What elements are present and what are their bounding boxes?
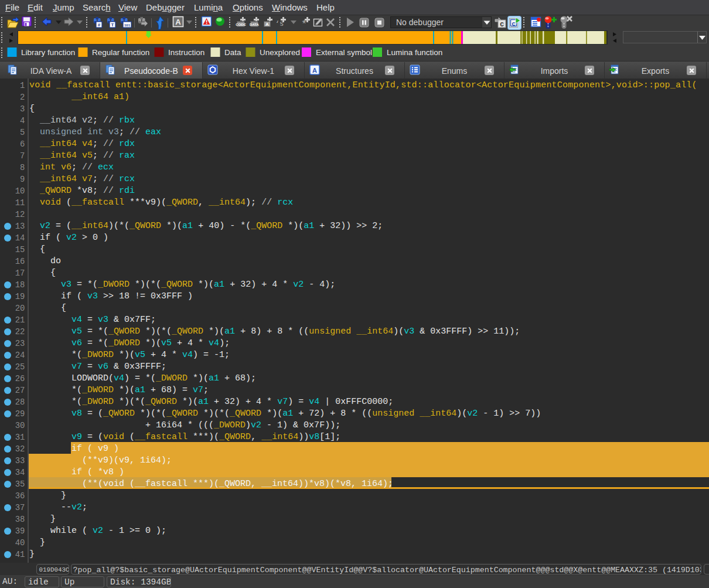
svg-text:A: A	[175, 18, 181, 26]
svg-text:A: A	[265, 22, 269, 27]
svg-text:No debugger: No debugger	[396, 18, 444, 27]
svg-text:Regular function: Regular function	[92, 48, 149, 57]
svg-text:Library function: Library function	[21, 48, 75, 57]
svg-text:c: c	[500, 20, 504, 28]
svg-text:Instruction: Instruction	[168, 48, 204, 57]
svg-text:*: *	[302, 18, 306, 29]
svg-text:c: c	[512, 20, 515, 27]
svg-text:101: 101	[124, 23, 131, 27]
svg-text:Data: Data	[224, 48, 241, 57]
svg-text:CODE: CODE	[236, 23, 246, 26]
svg-text:DATA: DATA	[250, 23, 259, 26]
svg-text:Unexplored: Unexplored	[260, 48, 300, 57]
svg-text:External symbol: External symbol	[316, 48, 372, 57]
svg-text:‘s: ‘s	[275, 20, 284, 28]
svg-text:T: T	[111, 22, 114, 28]
svg-text:#: #	[98, 22, 101, 28]
svg-text:Lumina function: Lumina function	[387, 48, 442, 57]
